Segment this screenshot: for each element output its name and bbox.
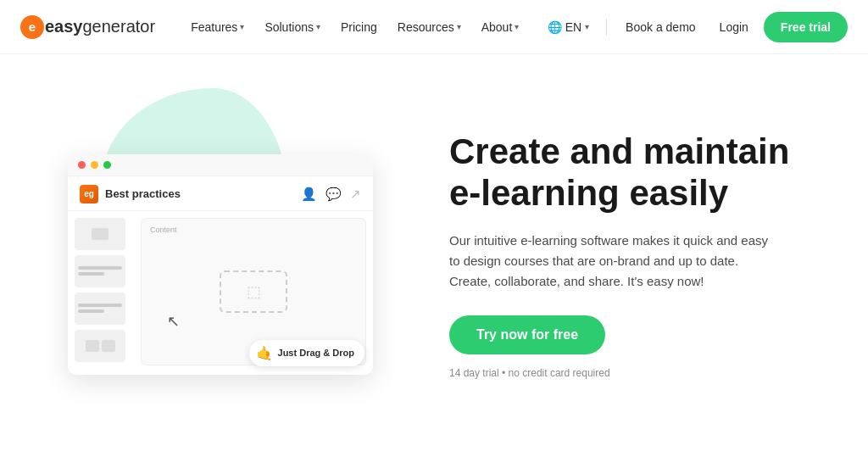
share-icon: ↗: [350, 187, 361, 202]
logo-generator-text: generator: [83, 17, 156, 36]
chevron-down-icon: ▾: [316, 22, 320, 31]
content-placeholder: ⬚: [220, 270, 287, 313]
slide-image-icon: [92, 228, 108, 240]
window-titlebar: [68, 154, 373, 176]
book-demo-button[interactable]: Book a demo: [617, 15, 704, 39]
nav-resources[interactable]: Resources ▾: [389, 14, 470, 41]
app-logo-small: eg: [80, 185, 98, 203]
hero-content: Create and maintain e-learning easily Ou…: [407, 131, 817, 380]
content-label: Content: [150, 226, 177, 234]
app-mockup: eg Best practices 👤 💬 ↗: [68, 154, 373, 375]
window-maximize-dot: [103, 161, 111, 169]
trial-note: 14 day trial • no credit card required: [449, 367, 610, 379]
logo-icon: e: [20, 15, 44, 39]
window-title-row: eg Best practices: [80, 185, 181, 203]
logo-easy-text: easy: [45, 16, 83, 35]
thumb-line-short: [78, 309, 104, 313]
divider: [606, 19, 607, 36]
window-action-icons: 👤 💬 ↗: [301, 187, 361, 202]
course-title: Best practices: [105, 187, 181, 200]
content-placeholder-icon: ⬚: [247, 282, 261, 301]
slide-thumb-1: [75, 218, 125, 250]
illustration-area: eg Best practices 👤 💬 ↗: [51, 54, 407, 457]
hero-title: Create and maintain e-learning easily: [449, 131, 817, 214]
slide-thumb-4: [75, 330, 125, 362]
header-right: 🌐 EN ▾ Book a demo Login Free trial: [541, 12, 848, 42]
chevron-down-icon: ▾: [515, 22, 519, 31]
thumb-line: [78, 304, 122, 307]
window-minimize-dot: [91, 161, 98, 169]
slide-lines: [75, 300, 125, 316]
login-button[interactable]: Login: [711, 15, 757, 39]
slide-mixed: [82, 337, 119, 355]
window-close-dot: [78, 161, 86, 169]
drag-icon: 🤙: [256, 345, 273, 361]
slide-img-small: [102, 340, 115, 352]
slide-thumb-2: [75, 255, 125, 287]
logo[interactable]: eeasy generator: [20, 15, 155, 39]
header: eeasy generator Features ▾ Solutions ▾ P…: [0, 0, 868, 54]
slide-lines: [75, 263, 125, 279]
nav-features[interactable]: Features ▾: [182, 14, 253, 41]
free-trial-button[interactable]: Free trial: [764, 12, 848, 42]
slide-thumb-3: [75, 293, 125, 325]
nav-pricing[interactable]: Pricing: [332, 14, 386, 41]
slide-img-small: [86, 340, 99, 352]
chevron-down-icon: ▾: [240, 22, 244, 31]
slides-panel: [75, 218, 134, 365]
nav-solutions[interactable]: Solutions ▾: [256, 14, 329, 41]
drag-drop-label: Just Drag & Drop: [278, 348, 354, 358]
cursor-icon: ↖: [167, 312, 180, 331]
hero-description: Our intuitive e-learning software makes …: [449, 231, 771, 292]
globe-icon: 🌐: [548, 20, 562, 34]
language-selector[interactable]: 🌐 EN ▾: [541, 15, 596, 39]
try-now-button[interactable]: Try now for free: [449, 315, 605, 354]
user-icon: 👤: [301, 187, 317, 202]
thumb-line-short: [78, 272, 104, 276]
chevron-down-icon: ▾: [457, 22, 461, 31]
drag-drop-badge: 🤙 Just Drag & Drop: [249, 340, 364, 366]
window-header: eg Best practices 👤 💬 ↗: [68, 176, 373, 211]
chat-icon: 💬: [326, 187, 342, 202]
main-content: eg Best practices 👤 💬 ↗: [0, 54, 868, 457]
main-nav: Features ▾ Solutions ▾ Pricing Resources…: [182, 14, 541, 41]
nav-about[interactable]: About ▾: [473, 14, 528, 41]
thumb-line: [78, 266, 122, 270]
chevron-down-icon: ▾: [585, 22, 589, 31]
